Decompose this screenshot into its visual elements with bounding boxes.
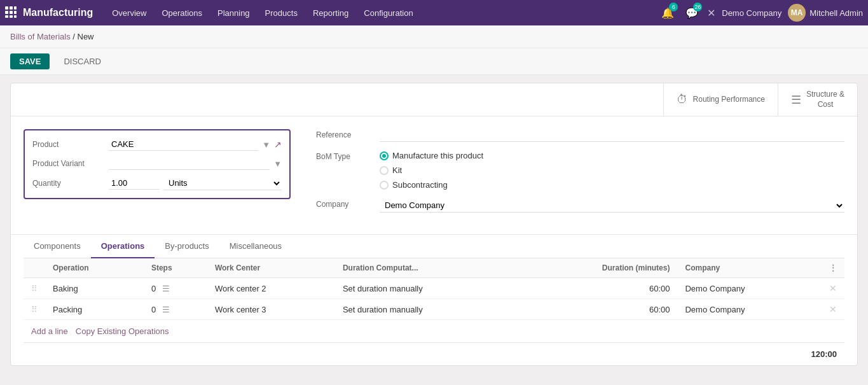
user-menu[interactable]: MA Mitchell Admin — [788, 4, 863, 22]
manufacture-radio-circle — [380, 151, 389, 160]
delete-cell-2: ✕ — [822, 299, 844, 320]
company-cell-1: Demo Company — [677, 278, 822, 299]
delete-cell-1: ✕ — [822, 278, 844, 299]
company-select[interactable]: Demo Company — [380, 199, 844, 213]
breadcrumb-separator: / — [72, 32, 77, 41]
user-name: Mitchell Admin — [809, 8, 863, 18]
svg-rect-7 — [10, 15, 13, 18]
menu-operations[interactable]: Operations — [155, 6, 209, 20]
breadcrumb: Bills of Materials / New — [0, 25, 868, 48]
product-variant-field-value: ▼ — [109, 157, 282, 170]
discard-button[interactable]: DISCARD — [55, 53, 110, 69]
drag-handle-cell-2: ⠿ — [24, 299, 45, 320]
tabs: Components Operations By-products Miscel… — [24, 235, 844, 258]
quantity-input[interactable] — [109, 177, 160, 190]
menu-reporting[interactable]: Reporting — [307, 6, 355, 20]
drag-handle-icon-2[interactable]: ⠿ — [31, 305, 38, 314]
breadcrumb-parent[interactable]: Bills of Materials — [10, 32, 71, 41]
apps-grid-icon[interactable] — [5, 6, 17, 20]
bom-type-label: BoM Type — [316, 151, 380, 161]
subcontracting-label: Subcontracting — [392, 180, 448, 190]
product-variant-dropdown-icon[interactable]: ▼ — [273, 159, 282, 169]
menu-configuration[interactable]: Configuration — [357, 6, 419, 20]
delete-row-2-icon[interactable]: ✕ — [829, 304, 837, 314]
steps-list-icon-1[interactable]: ☰ — [162, 284, 170, 293]
structure-cost-button[interactable]: ☰ Structure &Cost — [778, 83, 857, 116]
save-button[interactable]: SAVE — [10, 53, 50, 69]
company-field-row: Company Demo Company — [316, 199, 844, 213]
delete-row-1-icon[interactable]: ✕ — [829, 283, 837, 293]
product-dropdown-icon[interactable]: ▼ — [262, 140, 270, 150]
menu-overview[interactable]: Overview — [106, 6, 153, 20]
reference-input[interactable] — [380, 129, 844, 142]
table-footer: 120:00 — [24, 342, 844, 365]
bom-type-radio-group: Manufacture this product Kit Subcontract… — [380, 151, 844, 190]
form-left: Product ▼ ↗ Product Variant ▼ — [24, 129, 291, 221]
menu-products[interactable]: Products — [259, 6, 304, 20]
quantity-unit-select[interactable]: Units — [163, 176, 282, 190]
bom-type-field-row: BoM Type Manufacture this product Kit — [316, 151, 844, 190]
quantity-label: Quantity — [32, 179, 109, 188]
operation-cell-1[interactable]: Baking — [45, 278, 144, 299]
structure-cost-label: Structure &Cost — [806, 90, 844, 109]
total-duration: 120:00 — [811, 349, 837, 359]
main-menu: Overview Operations Planning Products Re… — [106, 6, 659, 20]
table-options-icon[interactable]: ⋮ — [829, 263, 837, 272]
bom-type-kit[interactable]: Kit — [380, 165, 844, 175]
work-center-cell-2[interactable]: Work center 3 — [207, 299, 335, 320]
add-line-link[interactable]: Add a line — [31, 326, 68, 336]
bom-type-manufacture[interactable]: Manufacture this product — [380, 151, 844, 160]
notifications-count: 6 — [669, 3, 678, 11]
messages-count: 26 — [693, 3, 702, 11]
duration-computation-cell-2[interactable]: Set duration manually — [335, 299, 518, 320]
menu-planning[interactable]: Planning — [211, 6, 256, 20]
company-col-header: Company — [677, 258, 822, 278]
routing-performance-label: Routing Performance — [693, 95, 765, 105]
kit-radio-circle — [380, 166, 389, 175]
form-fields-row: Product ▼ ↗ Product Variant ▼ — [24, 129, 844, 221]
tabs-container: Components Operations By-products Miscel… — [11, 234, 857, 365]
product-field-row: Product ▼ ↗ — [32, 138, 282, 151]
product-input[interactable] — [109, 138, 258, 151]
routing-performance-button[interactable]: ⏱ Routing Performance — [663, 83, 778, 116]
svg-rect-1 — [10, 6, 13, 10]
steps-cell-2: 0 ☰ — [144, 299, 207, 320]
tab-miscellaneous[interactable]: Miscellaneous — [219, 235, 292, 258]
breadcrumb-current: New — [78, 32, 94, 41]
subcontracting-radio-circle — [380, 181, 389, 190]
app-title[interactable]: Manufacturing — [23, 7, 93, 18]
svg-rect-2 — [14, 6, 17, 10]
main-content: ⏱ Routing Performance ☰ Structure &Cost … — [0, 75, 868, 384]
product-variant-input[interactable] — [109, 157, 270, 170]
table-header-row: Operation Steps Work Center Duration Com… — [24, 258, 844, 278]
duration-computation-cell-1[interactable]: Set duration manually — [335, 278, 518, 299]
steps-list-icon-2[interactable]: ☰ — [162, 305, 170, 314]
messages-button[interactable]: 💬 26 — [683, 4, 701, 22]
close-icon[interactable]: ✕ — [707, 7, 715, 19]
clock-icon: ⏱ — [677, 93, 688, 106]
reference-label: Reference — [316, 129, 380, 139]
drag-handle-icon[interactable]: ⠿ — [31, 284, 38, 293]
options-col-header: ⋮ — [822, 258, 844, 278]
drag-col-header — [24, 258, 45, 278]
svg-rect-3 — [5, 11, 8, 14]
company-name[interactable]: Demo Company — [722, 8, 782, 18]
nav-right: 🔔 6 💬 26 ✕ Demo Company MA Mitchell Admi… — [659, 4, 863, 22]
product-external-link-icon[interactable]: ↗ — [274, 139, 282, 150]
tab-components[interactable]: Components — [24, 235, 91, 258]
operation-cell-2[interactable]: Packing — [45, 299, 144, 320]
tab-byproducts[interactable]: By-products — [155, 235, 219, 258]
duration-minutes-cell-1: 60:00 — [518, 278, 678, 299]
bom-type-subcontracting[interactable]: Subcontracting — [380, 180, 844, 190]
action-bar: SAVE DISCARD — [0, 48, 868, 75]
form-card: ⏱ Routing Performance ☰ Structure &Cost … — [10, 83, 858, 366]
stat-buttons-bar: ⏱ Routing Performance ☰ Structure &Cost — [11, 83, 857, 116]
company-label: Company — [316, 199, 380, 209]
notifications-button[interactable]: 🔔 6 — [659, 4, 677, 22]
tab-operations[interactable]: Operations — [91, 235, 155, 258]
steps-count-2: 0 — [151, 305, 156, 314]
steps-count-1: 0 — [151, 284, 156, 293]
copy-operations-link[interactable]: Copy Existing Operations — [76, 326, 169, 336]
work-center-cell-1[interactable]: Work center 2 — [207, 278, 335, 299]
svg-rect-4 — [10, 11, 13, 14]
